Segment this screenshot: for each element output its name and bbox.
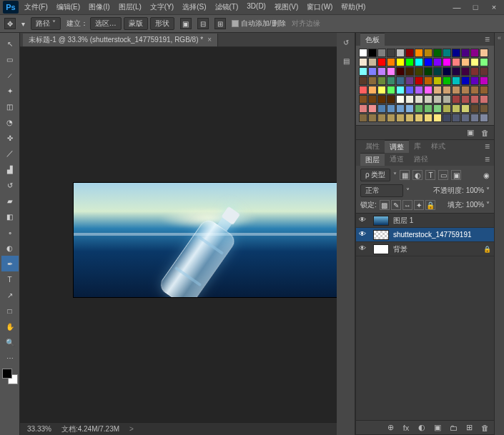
- adjust-tab[interactable]: 样式: [426, 140, 450, 154]
- swatch[interactable]: [424, 95, 433, 104]
- swatch[interactable]: [387, 114, 395, 122]
- delete-swatch-icon[interactable]: 🗑: [480, 129, 490, 137]
- swatch[interactable]: [480, 114, 488, 122]
- swatch[interactable]: [396, 114, 405, 122]
- swatch[interactable]: [470, 49, 479, 57]
- eraser-tool[interactable]: ▰: [1, 193, 19, 209]
- swatch[interactable]: [359, 67, 367, 76]
- visibility-icon[interactable]: 👁: [359, 230, 369, 240]
- swatch[interactable]: [443, 114, 451, 122]
- path-op2-icon[interactable]: ⊟: [197, 18, 209, 29]
- type-tool[interactable]: T: [1, 271, 19, 287]
- heal-tool[interactable]: ✜: [1, 130, 19, 146]
- swatch[interactable]: [415, 76, 423, 85]
- swatch[interactable]: [443, 49, 451, 57]
- swatch[interactable]: [405, 49, 414, 57]
- lock-option-icon[interactable]: ▩: [380, 200, 390, 210]
- eyedropper-tool[interactable]: ◔: [1, 114, 19, 130]
- swatch[interactable]: [377, 76, 386, 85]
- close-button[interactable]: ×: [487, 2, 501, 12]
- maximize-button[interactable]: □: [468, 2, 483, 12]
- swatch[interactable]: [480, 67, 488, 76]
- swatch[interactable]: [396, 49, 405, 57]
- swatch[interactable]: [359, 114, 367, 122]
- swatch[interactable]: [387, 95, 395, 104]
- menu-item[interactable]: 文件(F): [20, 0, 52, 14]
- panel-menu-icon[interactable]: ≡: [485, 34, 490, 44]
- swatch[interactable]: [405, 76, 414, 85]
- swatch[interactable]: [377, 114, 386, 122]
- swatch[interactable]: [470, 76, 479, 85]
- minimize-button[interactable]: —: [450, 2, 464, 12]
- zoom-level[interactable]: 33.33%: [27, 425, 51, 433]
- swatch[interactable]: [452, 67, 460, 76]
- swatch[interactable]: [405, 67, 414, 76]
- make-selection-button[interactable]: 选区…: [90, 17, 122, 30]
- swatch[interactable]: [377, 104, 386, 113]
- swatch[interactable]: [359, 49, 367, 57]
- swatch[interactable]: [405, 95, 414, 104]
- swatch[interactable]: [396, 95, 405, 104]
- pen-tool[interactable]: ✒: [1, 256, 19, 271]
- swatch[interactable]: [461, 49, 470, 57]
- dodge-tool[interactable]: ◐: [1, 240, 19, 256]
- swatch[interactable]: [405, 58, 414, 66]
- swatch[interactable]: [415, 86, 423, 94]
- swatch[interactable]: [470, 95, 479, 104]
- swatch[interactable]: [405, 86, 414, 94]
- shape-tool[interactable]: □: [1, 303, 19, 319]
- swatch[interactable]: [452, 58, 460, 66]
- panel-menu-icon[interactable]: ≡: [485, 141, 490, 151]
- swatch[interactable]: [415, 58, 423, 66]
- layers-tab[interactable]: 图层: [360, 153, 385, 166]
- lock-option-icon[interactable]: ✎: [391, 200, 401, 210]
- swatch[interactable]: [443, 104, 451, 113]
- swatch[interactable]: [461, 76, 470, 85]
- zoom-tool[interactable]: 🔍: [1, 334, 19, 350]
- swatch[interactable]: [359, 95, 367, 104]
- menu-item[interactable]: 窗口(W): [302, 0, 337, 14]
- viewport[interactable]: [20, 47, 337, 422]
- swatch[interactable]: [368, 104, 377, 113]
- history-brush-tool[interactable]: ↺: [1, 177, 19, 193]
- swatch[interactable]: [359, 86, 367, 94]
- marquee-tool[interactable]: ▭: [1, 51, 19, 67]
- swatch[interactable]: [424, 104, 433, 113]
- swatch[interactable]: [470, 67, 479, 76]
- swatch[interactable]: [461, 95, 470, 104]
- swatch[interactable]: [433, 95, 442, 104]
- link-layers-icon[interactable]: ⊕: [385, 423, 395, 432]
- swatch[interactable]: [424, 67, 433, 76]
- swatch[interactable]: [368, 95, 377, 104]
- layer-fx-icon[interactable]: fx: [401, 424, 411, 432]
- canvas[interactable]: [74, 183, 337, 297]
- swatch[interactable]: [377, 86, 386, 94]
- swatch[interactable]: [452, 86, 460, 94]
- swatch[interactable]: [396, 58, 405, 66]
- menu-item[interactable]: 帮助(H): [337, 0, 370, 14]
- close-tab-icon[interactable]: ×: [207, 36, 212, 44]
- swatch[interactable]: [433, 58, 442, 66]
- swatch[interactable]: [470, 104, 479, 113]
- auto-add-delete-checkbox[interactable]: [232, 20, 239, 27]
- swatch[interactable]: [396, 86, 405, 94]
- swatch[interactable]: [415, 95, 423, 104]
- layer-thumbnail[interactable]: [373, 230, 389, 240]
- menu-item[interactable]: 编辑(E): [52, 0, 84, 14]
- swatch[interactable]: [452, 95, 460, 104]
- swatch[interactable]: [480, 95, 488, 104]
- swatch[interactable]: [433, 86, 442, 94]
- blend-mode-dropdown[interactable]: 正常: [360, 184, 403, 197]
- group-icon[interactable]: 🗀: [448, 424, 458, 432]
- menu-item[interactable]: 图像(I): [84, 0, 114, 14]
- panel-menu-icon[interactable]: ≡: [485, 154, 490, 164]
- lock-option-icon[interactable]: ✦: [414, 200, 424, 210]
- swatch[interactable]: [433, 114, 442, 122]
- filter-shape-icon[interactable]: ▭: [438, 170, 448, 180]
- brush-tool[interactable]: ／: [1, 146, 19, 161]
- swatch[interactable]: [368, 76, 377, 85]
- swatch[interactable]: [368, 49, 377, 57]
- swatch[interactable]: [443, 58, 451, 66]
- swatch[interactable]: [387, 104, 395, 113]
- swatches-tab[interactable]: 色板: [360, 33, 385, 46]
